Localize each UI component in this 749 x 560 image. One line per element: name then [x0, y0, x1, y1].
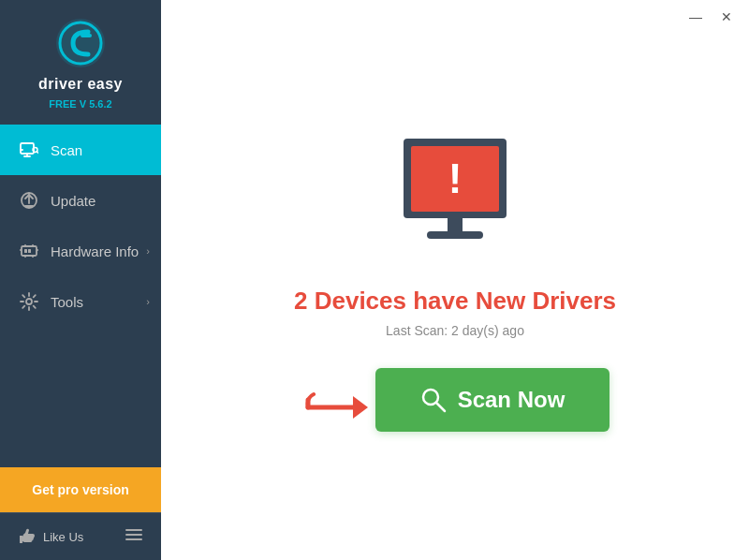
svg-line-33 [436, 403, 445, 411]
main-content: ! 2 Devices have New Drivers Last Scan: … [161, 0, 749, 560]
svg-point-21 [26, 299, 32, 304]
logo-area: driver easy FREE V 5.6.2 [0, 0, 161, 121]
hardware-info-nav-icon [19, 241, 39, 261]
svg-rect-24 [125, 538, 142, 540]
hardware-info-chevron-icon: › [146, 245, 150, 257]
svg-rect-14 [28, 249, 31, 253]
last-scan-text: Last Scan: 2 day(s) ago [386, 323, 524, 338]
svg-rect-28 [448, 218, 463, 231]
arrow-container [301, 372, 375, 428]
close-button[interactable]: ✕ [715, 7, 738, 26]
sidebar-item-tools[interactable]: Tools › [0, 276, 161, 327]
app-logo-icon [54, 17, 107, 69]
sidebar-item-hardware-info-label: Hardware Info [51, 243, 139, 259]
like-us-button[interactable]: Like Us [19, 528, 83, 545]
scan-now-button-label: Scan Now [458, 387, 565, 413]
svg-text:!: ! [448, 155, 463, 201]
sidebar-bottom: Like Us [0, 512, 161, 560]
svg-rect-23 [125, 534, 142, 536]
update-nav-icon [19, 190, 39, 211]
red-arrow-icon [304, 381, 372, 419]
svg-rect-13 [24, 249, 27, 253]
search-icon [420, 387, 447, 413]
svg-marker-31 [353, 396, 368, 419]
svg-point-0 [56, 19, 105, 67]
thumbs-up-icon [19, 528, 36, 545]
scan-nav-icon [19, 140, 39, 160]
sidebar-item-update[interactable]: Update [0, 175, 161, 226]
sidebar-item-scan-label: Scan [51, 142, 82, 158]
tools-nav-icon [19, 291, 39, 312]
monitor-illustration: ! [380, 129, 530, 260]
nav-items: Scan Update [0, 125, 161, 467]
sidebar-item-hardware-info[interactable]: Hardware Info › [0, 226, 161, 276]
sidebar: driver easy FREE V 5.6.2 Scan [0, 0, 161, 560]
app-version: FREE V 5.6.2 [49, 98, 111, 110]
title-bar: — ✕ [672, 0, 749, 34]
get-pro-button[interactable]: Get pro version [0, 467, 161, 512]
tools-chevron-icon: › [146, 296, 150, 307]
sidebar-item-update-label: Update [51, 193, 95, 209]
menu-icon[interactable] [125, 526, 142, 547]
svg-rect-22 [125, 529, 142, 531]
status-heading: 2 Devices have New Drivers [294, 287, 616, 316]
scan-now-button[interactable]: Scan Now [375, 368, 610, 432]
scan-now-area: Scan Now [301, 368, 610, 432]
app-name: driver easy [38, 75, 123, 93]
monitor-container: ! [380, 129, 530, 264]
sidebar-item-tools-label: Tools [51, 294, 83, 310]
sidebar-item-scan[interactable]: Scan [0, 125, 161, 175]
like-us-label: Like Us [43, 530, 83, 544]
minimize-button[interactable]: — [683, 7, 708, 26]
svg-point-32 [423, 390, 438, 405]
svg-rect-29 [427, 231, 483, 239]
svg-rect-3 [21, 143, 34, 154]
svg-line-8 [37, 152, 38, 154]
